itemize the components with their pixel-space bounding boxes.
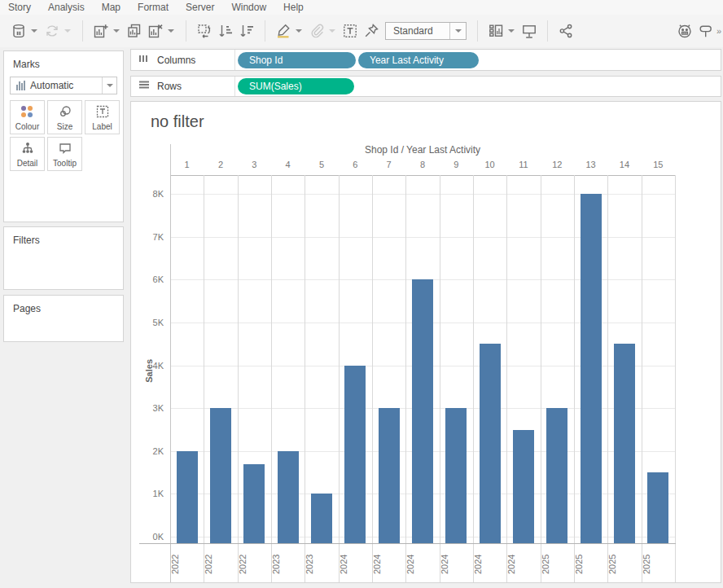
filters-card[interactable]: Filters	[3, 226, 124, 290]
bar-shop-11[interactable]	[513, 430, 534, 544]
new-worksheet-caret[interactable]	[113, 29, 120, 33]
column-separator	[405, 175, 406, 582]
mark-type-value: Automatic	[30, 80, 102, 91]
fit-mode-caret[interactable]	[449, 23, 466, 39]
label-label: Label	[92, 122, 112, 131]
fit-mode-value: Standard	[386, 25, 449, 37]
data-source-icon[interactable]	[8, 20, 29, 42]
highlight-icon[interactable]	[273, 20, 294, 42]
swap-rows-columns-icon[interactable]	[194, 20, 215, 42]
menu-bar: StoryAnalysisMapFormatServerWindowHelp	[0, 0, 723, 15]
pages-title: Pages	[4, 296, 123, 314]
new-worksheet-icon[interactable]	[90, 20, 112, 42]
column-separator	[506, 175, 507, 582]
mark-type-caret[interactable]	[102, 77, 116, 94]
menu-item-server[interactable]: Server	[186, 2, 214, 13]
column-separator	[372, 175, 373, 582]
menu-item-analysis[interactable]: Analysis	[48, 2, 85, 13]
column-header-1: 1	[170, 160, 204, 173]
column-header-12: 12	[541, 160, 574, 173]
colour-button[interactable]: Colour	[10, 100, 45, 134]
assistant-icon[interactable]	[674, 20, 695, 42]
highlight-caret[interactable]	[296, 29, 302, 33]
mark-type-dropdown[interactable]: Automatic	[10, 77, 117, 94]
size-button[interactable]: Size	[47, 100, 82, 134]
pages-card[interactable]: Pages	[3, 295, 124, 342]
show-hide-cards-caret[interactable]	[508, 29, 515, 33]
clear-sheet-caret[interactable]	[168, 29, 174, 33]
bar-shop-10[interactable]	[480, 344, 501, 543]
menu-item-map[interactable]: Map	[102, 2, 120, 13]
column-header-15: 15	[642, 160, 675, 173]
columns-shelf[interactable]: Columns Shop IdYear Last Activity	[130, 49, 721, 71]
year-label-13-2025: 2025	[574, 547, 607, 581]
pill-year-last-activity[interactable]: Year Last Activity	[358, 52, 479, 68]
ytick-3K: 3K	[138, 403, 164, 413]
ytick-8K: 8K	[138, 189, 164, 199]
sort-ascending-icon[interactable]	[215, 20, 236, 42]
detail-label: Detail	[17, 159, 38, 168]
pin-icon[interactable]	[361, 20, 382, 42]
bar-shop-4[interactable]	[278, 451, 299, 543]
toolbar-separator	[547, 20, 548, 42]
size-icon	[59, 101, 72, 122]
presentation-mode-icon[interactable]	[519, 20, 540, 42]
column-separator	[170, 175, 171, 582]
show-me-icon[interactable]	[695, 20, 716, 42]
show-hide-cards-icon[interactable]	[485, 20, 506, 42]
menu-item-help[interactable]: Help	[283, 2, 304, 13]
menu-item-format[interactable]: Format	[138, 2, 169, 13]
tooltip-icon	[59, 138, 72, 159]
column-separator	[339, 175, 340, 582]
detail-button[interactable]: Detail	[10, 137, 45, 171]
bar-shop-14[interactable]	[614, 344, 635, 543]
column-header-10: 10	[473, 160, 506, 173]
ytick-6K: 6K	[138, 274, 164, 284]
pill-shop-id[interactable]: Shop Id	[238, 52, 356, 68]
clear-sheet-icon[interactable]	[145, 20, 166, 42]
ytick-1K: 1K	[138, 489, 164, 498]
bar-shop-6[interactable]	[344, 366, 366, 543]
bar-shop-3[interactable]	[243, 464, 265, 543]
column-separator	[440, 175, 440, 582]
pill-sum-sales-[interactable]: SUM(Sales)	[238, 78, 354, 94]
column-field-header: Shop Id / Year Last Activity	[170, 144, 675, 156]
menu-item-story[interactable]: Story	[8, 2, 31, 13]
rows-icon	[138, 79, 151, 94]
size-label: Size	[57, 122, 72, 131]
column-separator	[574, 175, 575, 582]
column-header-8: 8	[405, 160, 439, 173]
marks-card: Marks Automatic Colour Size Label	[3, 50, 124, 222]
bar-shop-5[interactable]	[311, 494, 332, 543]
ytick-2K: 2K	[138, 446, 164, 456]
data-source-caret[interactable]	[31, 29, 37, 33]
y-axis-title: Sales	[144, 359, 154, 383]
bar-chart-icon	[16, 81, 25, 90]
detail-icon	[21, 138, 34, 159]
ytick-7K: 7K	[138, 232, 164, 242]
bar-shop-12[interactable]	[546, 408, 567, 543]
fit-mode-select[interactable]: Standard	[385, 22, 467, 40]
bar-shop-1[interactable]	[177, 451, 198, 543]
toolbar-separator	[477, 20, 478, 42]
bar-shop-15[interactable]	[647, 472, 668, 543]
bar-shop-7[interactable]	[379, 408, 400, 543]
bar-shop-8[interactable]	[412, 279, 433, 543]
menu-item-window[interactable]: Window	[231, 2, 266, 13]
toolbar-overflow-icon[interactable]: »	[716, 26, 721, 36]
show-mark-labels-icon[interactable]	[340, 20, 361, 42]
bar-shop-2[interactable]	[210, 408, 231, 543]
label-button[interactable]: Label	[85, 100, 120, 134]
bar-shop-9[interactable]	[445, 408, 467, 543]
column-separator	[675, 175, 676, 582]
sort-descending-icon[interactable]	[236, 20, 257, 42]
refresh-icon[interactable]	[42, 20, 63, 42]
rows-shelf[interactable]: Rows SUM(Sales)	[130, 76, 721, 97]
bar-shop-13[interactable]	[581, 194, 602, 543]
share-icon[interactable]	[555, 20, 576, 42]
column-header-14: 14	[607, 160, 641, 173]
tooltip-button[interactable]: Tooltip	[47, 137, 82, 171]
toolbar-separator	[186, 20, 186, 42]
columns-shelf-label: Columns	[157, 55, 195, 66]
duplicate-sheet-icon[interactable]	[124, 20, 145, 42]
